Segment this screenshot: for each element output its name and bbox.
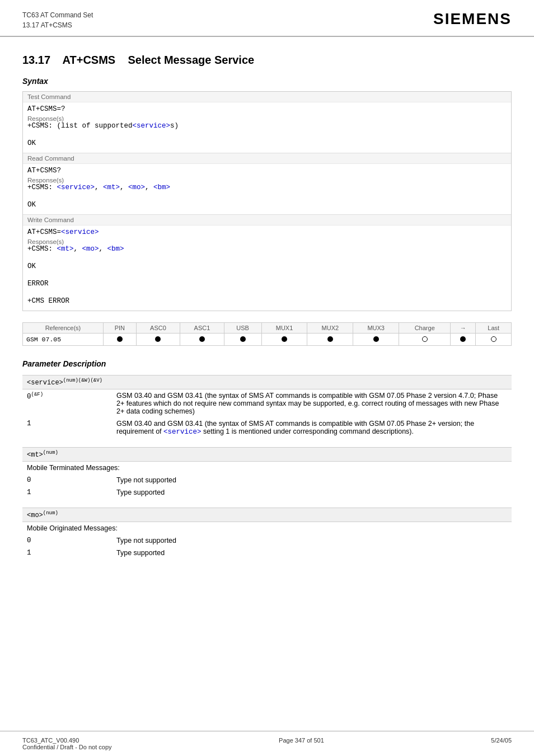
read-response-label: Response(s) xyxy=(27,177,507,184)
main-content: 13.17 AT+CSMS Select Message Service Syn… xyxy=(0,37,534,585)
mt-param-name: <mt>(num) xyxy=(22,448,512,462)
read-command-body: AT+CSMS? Response(s) +CSMS: <service>, <… xyxy=(23,164,511,214)
write-response-label: Response(s) xyxy=(27,238,507,245)
ref-col-label: Reference(s) xyxy=(23,323,104,334)
mt-value-1: 1 Type supported xyxy=(22,486,512,499)
mt-val-1-desc: Type supported xyxy=(112,486,512,499)
section-subtitle: Select Message Service xyxy=(128,54,254,66)
mo-val-1-key: 1 xyxy=(22,547,112,559)
ref-asc1-val xyxy=(180,334,224,346)
write-command-text: AT+CSMS=<service> xyxy=(27,228,507,236)
mt-val-1-key: 1 xyxy=(22,486,112,499)
ref-mux2-val xyxy=(307,334,353,346)
read-response-ok: OK xyxy=(27,201,507,209)
ref-col-usb: USB xyxy=(224,323,261,334)
footer-doc-id: TC63_ATC_V00.490 xyxy=(22,737,112,744)
mo-value-1: 1 Type supported xyxy=(22,547,512,559)
dot-filled-arrow xyxy=(460,336,466,342)
read-response-line1: +CSMS: <service>, <mt>, <mo>, <bm> xyxy=(27,184,507,191)
mt-param-header: <mt>(num) xyxy=(22,448,512,462)
header-line1: TC63 AT Command Set xyxy=(22,10,93,20)
test-command-label: Test Command xyxy=(23,92,511,102)
syntax-block: Test Command AT+CSMS=? Response(s) +CSMS… xyxy=(22,91,512,311)
write-command-body: AT+CSMS=<service> Response(s) +CSMS: <mt… xyxy=(23,226,511,311)
param-desc-title: Parameter Description xyxy=(22,359,512,368)
service-param-name: <service>(num)(&W)(&V) xyxy=(22,375,512,389)
test-command-body: AT+CSMS=? Response(s) +CSMS: (list of su… xyxy=(23,102,511,153)
mo-val-0-key: 0 xyxy=(22,534,112,547)
ref-asc0-val xyxy=(136,334,180,346)
ref-col-pin: PIN xyxy=(103,323,136,334)
dot-filled-mux1 xyxy=(282,336,287,342)
section-command: AT+CSMS xyxy=(63,54,116,66)
footer-right: 5/24/05 xyxy=(491,737,512,750)
write-command-section: Write Command AT+CSMS=<service> Response… xyxy=(23,215,511,311)
ref-col-mux2: MUX2 xyxy=(307,323,353,334)
footer-left: TC63_ATC_V00.490 Confidential / Draft - … xyxy=(22,737,112,750)
footer-center: Page 347 of 501 xyxy=(279,737,324,750)
page-footer: TC63_ATC_V00.490 Confidential / Draft - … xyxy=(0,731,534,756)
ref-table-row: GSM 07.05 xyxy=(23,334,512,346)
dot-filled-pin xyxy=(117,336,123,342)
dot-empty-last xyxy=(491,336,496,342)
read-command-text: AT+CSMS? xyxy=(27,167,507,175)
dot-filled-mux2 xyxy=(327,336,333,342)
ref-last-val xyxy=(476,334,512,346)
service-value-1: 1 GSM 03.40 and GSM 03.41 (the syntax of… xyxy=(22,417,512,438)
mt-val-0-key: 0 xyxy=(22,474,112,486)
read-command-section: Read Command AT+CSMS? Response(s) +CSMS:… xyxy=(23,153,511,215)
mt-section-label-row: Mobile Terminated Messages: xyxy=(22,462,512,475)
service-val-0-key: 0(&F) xyxy=(22,389,112,418)
section-number: 13.17 xyxy=(22,54,50,66)
test-response-ok: OK xyxy=(27,139,507,147)
header-left: TC63 AT Command Set 13.17 AT+CSMS xyxy=(22,10,93,30)
ref-col-mux1: MUX1 xyxy=(261,323,307,334)
service-param-table: <service>(num)(&W)(&V) 0(&F) GSM 03.40 a… xyxy=(22,375,512,438)
mo-section-label: Mobile Originated Messages: xyxy=(22,522,512,535)
mo-val-0-desc: Type not supported xyxy=(112,534,512,547)
ref-charge-val xyxy=(399,334,451,346)
mo-section-label-row: Mobile Originated Messages: xyxy=(22,522,512,535)
mt-param-table: <mt>(num) Mobile Terminated Messages: 0 … xyxy=(22,447,512,499)
mo-param-header: <mo>(num) xyxy=(22,508,512,522)
mo-val-1-desc: Type supported xyxy=(112,547,512,559)
service-value-0: 0(&F) GSM 03.40 and GSM 03.41 (the synta… xyxy=(22,389,512,418)
mo-param-table: <mo>(num) Mobile Originated Messages: 0 … xyxy=(22,508,512,559)
syntax-label: Syntax xyxy=(22,77,512,86)
reference-table: Reference(s) PIN ASC0 ASC1 USB MUX1 MUX2… xyxy=(22,322,512,346)
mt-val-0-desc: Type not supported xyxy=(112,474,512,486)
mo-param-name: <mo>(num) xyxy=(22,508,512,522)
dot-empty-charge xyxy=(422,336,428,342)
test-response-line1: +CSMS: (list of supported<service>s) xyxy=(27,122,507,130)
ref-arrow-val xyxy=(451,334,476,346)
write-response-error: ERROR xyxy=(27,280,507,288)
header-line2: 13.17 AT+CSMS xyxy=(22,20,93,30)
siemens-logo: SIEMENS xyxy=(433,10,512,28)
ref-mux1-val xyxy=(261,334,307,346)
dot-filled-asc1 xyxy=(199,336,205,342)
service-val-1-key: 1 xyxy=(22,417,112,438)
mt-section-label: Mobile Terminated Messages: xyxy=(22,462,512,475)
dot-filled-asc0 xyxy=(155,336,161,342)
test-response-label: Response(s) xyxy=(27,115,507,122)
dot-filled-mux3 xyxy=(373,336,379,342)
test-command-text: AT+CSMS=? xyxy=(27,105,507,113)
mt-value-0: 0 Type not supported xyxy=(22,474,512,486)
ref-col-asc0: ASC0 xyxy=(136,323,180,334)
page-header: TC63 AT Command Set 13.17 AT+CSMS SIEMEN… xyxy=(0,0,534,37)
read-command-label: Read Command xyxy=(23,153,511,164)
ref-pin-val xyxy=(103,334,136,346)
section-title: 13.17 AT+CSMS Select Message Service xyxy=(22,54,512,67)
page-wrapper: TC63 AT Command Set 13.17 AT+CSMS SIEMEN… xyxy=(0,0,534,756)
footer-confidential: Confidential / Draft - Do not copy xyxy=(22,744,112,750)
service-param-header: <service>(num)(&W)(&V) xyxy=(22,375,512,389)
test-command-section: Test Command AT+CSMS=? Response(s) +CSMS… xyxy=(23,92,511,153)
service-val-1-desc: GSM 03.40 and GSM 03.41 (the syntax of S… xyxy=(112,417,512,438)
ref-gsm: GSM 07.05 xyxy=(23,334,104,346)
ref-col-asc1: ASC1 xyxy=(180,323,224,334)
write-command-label: Write Command xyxy=(23,215,511,226)
ref-col-arrow: → xyxy=(451,323,476,334)
ref-col-mux3: MUX3 xyxy=(353,323,399,334)
mo-value-0: 0 Type not supported xyxy=(22,534,512,547)
write-response-ok: OK xyxy=(27,262,507,270)
